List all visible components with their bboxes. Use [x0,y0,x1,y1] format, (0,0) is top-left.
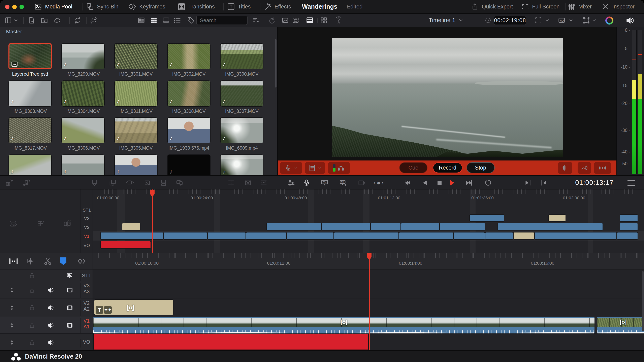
full-screen-button[interactable]: Full Screen [521,0,564,13]
chevron-down-icon[interactable] [13,16,18,24]
tab-effects[interactable]: Effects [264,0,300,13]
mini-timeline-clip[interactable] [620,223,638,231]
timeline-options-menu-icon[interactable] [628,180,635,186]
list-view-icon[interactable] [174,16,181,24]
import-media-icon[interactable] [28,16,36,24]
prev-edit-button[interactable] [540,179,548,187]
place-on-top-icon[interactable] [160,179,168,187]
match-frame-icon[interactable] [358,179,366,187]
stop-button[interactable]: Stop [466,162,495,173]
media-clip-thumbnail[interactable]: ♪ [62,43,105,69]
media-clip[interactable]: ♪ IMG_8302.MOV [167,43,210,77]
sound-routing-button[interactable] [578,162,591,174]
media-clip-thumbnail[interactable]: ♪ [220,43,264,69]
sort-icon[interactable] [252,16,260,24]
minimize-window-button[interactable] [12,5,17,9]
bin-breadcrumb[interactable]: Master [0,27,277,36]
media-clip-thumbnail[interactable]: ♪ [167,43,210,69]
mini-track-v2[interactable]: V2 [81,225,92,230]
media-clip-thumbnail[interactable]: ♪ [114,80,158,107]
track-header-v2a2[interactable]: V2A2 [0,299,93,316]
mini-timeline-clip[interactable] [100,241,151,249]
mini-timeline-clip[interactable] [617,232,638,240]
media-clip-thumbnail[interactable]: ♪ [114,43,158,69]
playback-quality-icon[interactable]: HQ [558,16,566,24]
duration-clock-icon[interactable] [484,16,492,24]
lock-icon[interactable] [28,304,36,311]
media-clip-thumbnail[interactable]: ♪ [220,117,264,143]
play-reverse-button[interactable] [421,179,429,187]
mini-timeline-clip[interactable] [548,214,566,222]
media-clip[interactable]: ♪ IMG_8301.MOV [114,43,158,77]
mini-track-vo[interactable]: VO [81,243,92,248]
mixer-button[interactable]: Mixer [568,0,597,13]
media-clip-thumbnail[interactable]: ♪ [220,154,264,177]
relink-media-icon[interactable] [74,16,81,24]
mini-timeline-clip[interactable] [322,223,371,231]
tab-transitions[interactable]: Transitions [178,0,223,13]
media-clip-thumbnail[interactable]: ♪ [62,80,105,107]
mini-timeline-clip[interactable] [122,223,140,231]
media-clip-thumbnail[interactable]: ♪ [8,117,52,143]
video-enable-icon[interactable] [66,287,73,294]
track-header-v3a3[interactable]: V3A3 [0,282,93,299]
timeline-scrollbar[interactable] [642,271,644,332]
stop-playback-button[interactable] [436,179,444,187]
timeline-options-icon[interactable] [10,220,18,228]
lock-icon[interactable] [28,287,36,294]
media-clip[interactable]: ♪ IMG_8308.MOV [167,80,210,114]
unlink-icon[interactable] [90,16,98,24]
media-clip-thumbnail[interactable]: ♪ [220,80,264,107]
source-clip-view-icon[interactable] [281,16,289,24]
replace-edit-icon[interactable] [126,179,134,187]
media-clip[interactable]: ♪ [62,154,105,177]
monitor-headphones-button[interactable] [328,162,350,174]
tab-keyframes[interactable]: Keyframes [128,0,174,13]
filmstrip-view-icon[interactable] [162,16,170,24]
timeline-audio-clip[interactable] [94,327,594,334]
mini-timeline-clip[interactable] [399,232,454,240]
media-clip[interactable]: ♪ [220,154,264,177]
trim-in-icon[interactable] [227,179,235,187]
zoom-window-button[interactable] [20,5,24,9]
lane-v3a3[interactable] [93,282,644,299]
voiceover-clip[interactable] [94,334,369,350]
mini-timeline-clip[interactable] [266,223,322,231]
add-poi-marker-icon[interactable]: POI [339,179,347,187]
script-notes-button[interactable] [305,162,325,174]
media-clip[interactable]: ♪ IMG_8304.MOV [62,80,105,114]
mini-timeline-clip[interactable] [246,232,286,240]
chevron-down-icon[interactable] [544,16,550,24]
insert-audio-icon[interactable] [22,179,30,187]
timeline-clip-title[interactable]: [‹›] T ✦✦ [94,299,174,315]
mic-input-button[interactable] [280,162,302,174]
media-clip[interactable]: ♪ IMG_8299.MOV [62,43,105,77]
mini-timeline-clip[interactable] [100,232,164,240]
mini-timeline-clip[interactable] [620,214,638,222]
media-clip[interactable]: ♪ IMG_6909.mp4 [220,117,264,151]
track-height-icon[interactable] [8,322,15,329]
mixer-settings-icon[interactable] [288,179,296,187]
quick-export-button[interactable]: Quick Export [471,0,517,13]
lane-v2a2[interactable] [93,299,644,316]
track-header-vo[interactable]: VO [0,334,93,350]
mini-timeline-clip[interactable] [401,223,440,231]
mini-timeline-clip[interactable] [207,232,246,240]
loop-range-icon[interactable]: ‹●› [374,179,396,187]
viewer-timecode[interactable]: 00:02:19:08 [494,16,526,25]
media-clip-thumbnail[interactable]: ♪ [62,117,105,143]
media-clip[interactable]: ♪ IMG_1930 576.mp4 [167,117,210,151]
media-clip[interactable]: ♪ IMG_8300.MOV [220,43,264,77]
media-clip-thumbnail[interactable]: ♪ [114,154,158,177]
go-to-end-button[interactable] [465,179,473,187]
source-tape-view-icon[interactable] [292,16,300,24]
multicam-view-icon[interactable] [320,16,328,24]
media-clip[interactable]: ♪ [114,154,158,177]
timeline-audio-clip[interactable] [597,327,644,334]
next-edit-button[interactable] [524,179,532,187]
mini-track-v1[interactable]: V1 [81,234,92,239]
tab-media-pool[interactable]: Media Pool [34,0,82,13]
media-clip-thumbnail[interactable]: ♪ [167,80,210,107]
mute-icon[interactable] [47,287,54,294]
media-clip[interactable]: ♪ IMG_8303.MOV [8,80,52,114]
